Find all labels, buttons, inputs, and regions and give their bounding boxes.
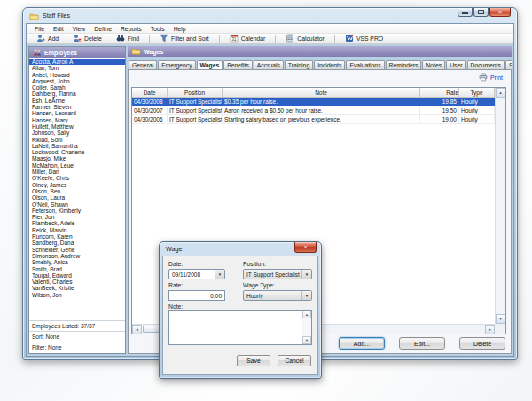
scroll-right-button[interactable]: ► <box>485 325 495 334</box>
employee-list-item[interactable]: Olney, James <box>29 182 125 188</box>
position-combobox[interactable]: IT Support Specialist ▼ <box>243 269 312 279</box>
employee-list-item[interactable]: Maasjo, Mike <box>29 155 125 161</box>
employee-list-item[interactable]: Allan, Tom <box>29 65 125 71</box>
menu-item-file[interactable]: File <box>30 26 49 32</box>
employee-list-item[interactable]: O'Keefe, Chris <box>29 175 125 181</box>
employee-list-item[interactable]: Dahlberg, Tianna <box>29 90 125 97</box>
scroll-left-button[interactable]: ◄ <box>132 325 142 334</box>
note-textarea[interactable]: ▲ ▼ <box>168 310 312 345</box>
employee-list-item[interactable]: Farmer, Steven <box>29 104 125 110</box>
title-bar[interactable]: Staff Files × <box>23 8 517 23</box>
tab-training[interactable]: Training <box>285 60 313 69</box>
employee-list-item[interactable]: VanBeek, Kristie <box>29 285 125 291</box>
employee-list-item[interactable]: O'Neil, Shawn <box>29 201 125 208</box>
employee-list-item[interactable]: Olson, Laura <box>29 194 125 200</box>
scroll-down-button[interactable]: ▼ <box>496 314 505 324</box>
close-button[interactable]: × <box>489 8 511 17</box>
employee-list-item[interactable]: Lockwood, Charlene <box>29 149 125 155</box>
employee-list-item[interactable]: Sandberg, Dana <box>29 240 125 246</box>
delete-button[interactable]: Delete <box>459 337 505 350</box>
dialog-close-button[interactable]: × <box>294 242 317 253</box>
employee-list-item[interactable]: Miller, Dan <box>29 169 125 175</box>
column-header-rate[interactable]: Rate <box>420 88 459 97</box>
table-row[interactable]: 04/30/2007IT Support SpecialistAaron rec… <box>132 106 495 115</box>
employee-list-item[interactable]: Simonson, Andrew <box>29 253 125 259</box>
employee-list-item[interactable]: Coller, Sarah <box>29 84 125 90</box>
tab-documents[interactable]: Documents <box>467 60 505 69</box>
employee-list-item[interactable]: Esh, LeAnne <box>29 98 125 104</box>
column-header-type[interactable]: Type <box>459 88 495 97</box>
column-header-note[interactable]: Note <box>223 88 420 97</box>
chevron-down-icon[interactable]: ▼ <box>301 291 311 300</box>
vertical-scrollbar[interactable]: ▲ ▼ <box>495 88 505 324</box>
menu-item-reports[interactable]: Reports <box>116 26 146 32</box>
rate-input[interactable]: 0.00 <box>168 290 225 301</box>
employee-list-item[interactable]: Reick, Marvin <box>29 227 125 233</box>
cancel-button[interactable]: Cancel <box>278 355 311 366</box>
employee-list-item[interactable]: Hullett, Matthew <box>29 123 125 130</box>
print-link[interactable]: Print <box>479 73 503 83</box>
dialog-title-bar[interactable]: Wage × <box>160 242 321 256</box>
table-row[interactable]: 04/30/2008IT Support Specialist$0.35 per… <box>132 98 495 106</box>
menu-item-help[interactable]: Help <box>169 26 191 32</box>
note-scrollbar[interactable]: ▲ ▼ <box>302 311 311 344</box>
employee-list-item[interactable]: Wilson, Jon <box>29 292 125 298</box>
table-row[interactable]: 04/30/2006IT Support SpecialistStarting … <box>132 115 495 124</box>
save-button[interactable]: Save <box>237 355 270 366</box>
employee-list-item[interactable]: Acosta, Aaron A <box>29 59 125 65</box>
tab-notes[interactable]: Notes <box>422 60 445 69</box>
scroll-up-button[interactable]: ▲ <box>302 311 311 318</box>
tab-general[interactable]: General <box>129 60 157 69</box>
date-combobox[interactable]: 09/11/2008 ▼ <box>168 269 225 279</box>
employee-list-item[interactable]: Kiklad, Soni <box>29 137 125 143</box>
employee-list-item[interactable]: Runcorn, Karen <box>29 233 125 240</box>
column-header-date[interactable]: Date <box>132 88 168 97</box>
tab-wages[interactable]: Wages <box>197 60 223 69</box>
maximize-button[interactable] <box>473 8 489 17</box>
employee-list-item[interactable]: Plambeck, Adele <box>29 220 125 226</box>
employee-list-item[interactable]: Valenti, Charles <box>29 279 125 285</box>
tab-reminders[interactable]: Reminders <box>386 60 422 69</box>
employee-list-item[interactable]: Peterson, Kimberly <box>29 208 125 214</box>
menu-item-define[interactable]: Define <box>90 26 116 32</box>
tab-accruals[interactable]: Accruals <box>254 60 284 69</box>
employee-list-item[interactable]: Hansen, Mary <box>29 117 125 123</box>
menu-item-tools[interactable]: Tools <box>146 26 169 32</box>
menu-item-view[interactable]: View <box>68 26 90 32</box>
column-header-position[interactable]: Position <box>168 88 223 97</box>
employee-list-item[interactable]: Smith, Brad <box>29 266 125 272</box>
employee-list-item[interactable]: Smebly, Anica <box>29 259 125 265</box>
filter-and-sort-toolbar-button[interactable]: Filter and Sort <box>153 34 216 43</box>
add-button[interactable]: Add... <box>339 337 385 350</box>
employee-list-item[interactable]: Schneider, Gene <box>29 247 125 253</box>
edit-button[interactable]: Edit... <box>399 337 445 350</box>
calendar-toolbar-button[interactable]: 31Calendar <box>223 34 273 43</box>
chevron-down-icon[interactable]: ▼ <box>215 270 224 279</box>
employee-list-item[interactable]: LaNeil, Samantha <box>29 143 125 149</box>
employee-list-item[interactable]: Olson, Ben <box>29 188 125 194</box>
employee-list-item[interactable]: Tougal, Edward <box>29 272 125 279</box>
tab-evaluations[interactable]: Evaluations <box>346 60 384 69</box>
menu-item-edit[interactable]: Edit <box>49 26 68 32</box>
find-toolbar-button[interactable]: Find <box>109 34 146 43</box>
tab-incidents[interactable]: Incidents <box>314 60 345 69</box>
employee-list-item[interactable]: Pier, Jon <box>29 214 125 220</box>
chevron-down-icon[interactable]: ▼ <box>301 270 311 279</box>
vss-pro-toolbar-button[interactable]: VSS PRO <box>338 34 390 43</box>
tab-user[interactable]: User <box>446 60 466 69</box>
tab-benefits[interactable]: Benefits <box>223 60 253 69</box>
add-toolbar-button[interactable]: Add <box>29 34 66 43</box>
employee-list-item[interactable]: Hansen, Leonard <box>29 110 125 116</box>
employee-list-item[interactable]: Angwest, John <box>29 78 125 84</box>
employee-list-item[interactable]: McMahon, Leuel <box>29 162 125 169</box>
scroll-down-button[interactable]: ▼ <box>302 336 311 344</box>
calculator-toolbar-button[interactable]: Calculator <box>278 34 332 43</box>
tab-separation[interactable]: Separation <box>505 60 512 69</box>
scroll-up-button[interactable]: ▲ <box>496 88 505 98</box>
tab-emergency[interactable]: Emergency <box>158 60 195 69</box>
employee-list-item[interactable]: Johnson, Sally <box>29 130 125 136</box>
minimize-button[interactable] <box>458 8 473 17</box>
wage-type-combobox[interactable]: Hourly ▼ <box>243 290 312 301</box>
employee-list-item[interactable]: Anbel, Howard <box>29 72 125 78</box>
delete-toolbar-button[interactable]: Delete <box>66 34 109 43</box>
